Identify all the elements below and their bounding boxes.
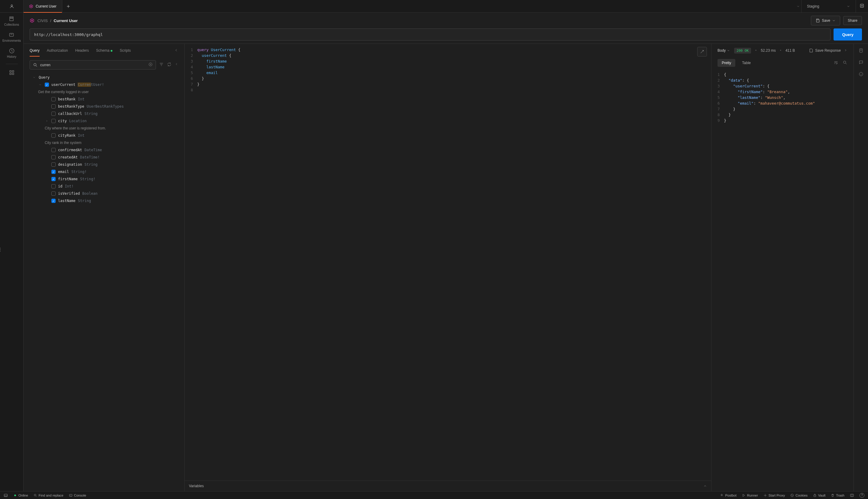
footer-runner[interactable]: Runner [742, 494, 758, 497]
chevron-up-icon [703, 484, 707, 488]
svg-point-15 [14, 495, 16, 496]
collections-icon [9, 16, 14, 22]
tab-authorization[interactable]: Authorization [47, 48, 68, 53]
checkbox[interactable] [51, 192, 55, 196]
footer-cookies[interactable]: Cookies [790, 494, 807, 497]
wrap-lines-icon[interactable] [833, 60, 838, 66]
chevron-left-icon[interactable] [174, 48, 178, 53]
svg-rect-7 [10, 73, 11, 75]
tab-overflow-button[interactable] [795, 0, 801, 12]
tree-field-designation[interactable]: designation String [24, 161, 184, 168]
save-response-button[interactable]: Save Response [809, 48, 841, 53]
sidebar-environments[interactable]: Environments [2, 32, 21, 42]
tab-headers[interactable]: Headers [75, 48, 89, 53]
svg-point-18 [765, 495, 766, 496]
query-editor[interactable]: 12345678 query UserCurrent { userCurrent… [185, 44, 711, 480]
chevron-right-icon[interactable] [844, 48, 847, 53]
tab-schema[interactable]: Schema [96, 48, 112, 53]
response-body[interactable]: 123456789 { "data": { "userCurrent": { "… [712, 69, 854, 491]
docs-icon[interactable] [859, 48, 864, 54]
resize-handle[interactable] [0, 245, 1, 254]
prettify-button[interactable] [697, 47, 707, 57]
schema-tree: Query userCurrent CurrentUser! Get the c… [24, 73, 184, 491]
tree-field-city[interactable]: city Location [24, 117, 184, 125]
tab-label: Current User [36, 4, 56, 9]
chevron-down-icon [727, 49, 730, 52]
sidebar-collections[interactable]: Collections [4, 16, 19, 26]
checkbox[interactable] [51, 162, 55, 167]
checkbox[interactable] [51, 177, 55, 181]
tree-field-cityRank[interactable]: cityRank Int [24, 132, 184, 139]
tree-field-callbackUrl[interactable]: callbackUrl String [24, 110, 184, 117]
svg-point-9 [34, 63, 36, 65]
sidebar-history[interactable]: History [7, 48, 16, 58]
comments-icon[interactable] [859, 60, 864, 65]
svg-point-19 [791, 494, 794, 497]
response-tab-table[interactable]: Table [738, 59, 755, 67]
footer-layout-icon[interactable] [850, 493, 854, 498]
tree-field-bestRankType[interactable]: bestRankType UserBestRankTypes [24, 103, 184, 110]
footer-help[interactable]: ? [859, 493, 864, 498]
tab-query[interactable]: Query [30, 48, 40, 53]
share-button[interactable]: Share [843, 16, 862, 25]
footer-console[interactable]: Console [69, 494, 86, 497]
variables-toggle[interactable]: Variables [185, 480, 711, 491]
svg-rect-14 [4, 494, 8, 496]
tab-scripts[interactable]: Scripts [120, 48, 131, 53]
svg-point-20 [792, 495, 792, 495]
checkbox[interactable] [51, 97, 55, 101]
breadcrumb-workspace[interactable]: CIVIS [37, 19, 48, 23]
tree-field-email[interactable]: email String! [24, 168, 184, 175]
footer-vault[interactable]: Vault [813, 494, 826, 497]
tree-field-lastName[interactable]: lastName String [24, 197, 184, 205]
checkbox[interactable] [51, 148, 55, 152]
new-tab-button[interactable] [62, 0, 74, 12]
grid-icon [9, 70, 15, 76]
svg-rect-6 [12, 71, 14, 72]
response-body-dropdown[interactable]: Body [717, 48, 730, 53]
collapse-panel-icon[interactable] [175, 62, 178, 68]
footer-panel-icon[interactable] [4, 493, 8, 498]
checkbox[interactable] [51, 199, 55, 203]
search-response-icon[interactable] [843, 60, 847, 66]
checkbox[interactable] [51, 184, 55, 188]
tree-field-firstName[interactable]: firstName String! [24, 175, 184, 183]
refresh-schema-icon[interactable] [167, 62, 172, 68]
graphql-icon [30, 18, 35, 23]
send-query-button[interactable]: Query [833, 28, 862, 40]
account-icon[interactable] [0, 0, 24, 12]
checkbox[interactable] [45, 83, 49, 87]
response-tab-pretty[interactable]: Pretty [717, 59, 735, 67]
environment-selector[interactable]: Staging [801, 0, 856, 12]
checkbox[interactable] [51, 133, 55, 138]
clear-search-icon[interactable] [148, 62, 153, 68]
footer-find[interactable]: Find and replace [34, 494, 63, 497]
footer-online[interactable]: Online [13, 494, 28, 497]
svg-point-21 [792, 495, 793, 496]
info-icon[interactable] [859, 72, 864, 77]
tree-field-isVerified[interactable]: isVerified Boolean [24, 190, 184, 197]
filter-tree-icon[interactable] [159, 62, 164, 68]
request-tab[interactable]: Current User [24, 0, 62, 12]
footer-postbot[interactable]: Postbot [720, 494, 736, 497]
tree-root-query[interactable]: Query [24, 74, 184, 81]
checkbox[interactable] [51, 155, 55, 159]
svg-point-16 [34, 494, 36, 496]
save-button[interactable]: Save [811, 16, 840, 25]
checkbox[interactable] [51, 119, 55, 123]
footer-proxy[interactable]: Start Proxy [764, 494, 785, 497]
tree-field-createdAt[interactable]: createdAt DateTime! [24, 154, 184, 161]
checkbox[interactable] [51, 104, 55, 109]
variables-icon[interactable] [859, 3, 864, 9]
tree-field-id[interactable]: id Int! [24, 183, 184, 190]
tree-field-confirmedAt[interactable]: confirmedAt DateTime [24, 146, 184, 154]
schema-search-input[interactable] [40, 63, 146, 67]
checkbox[interactable] [51, 112, 55, 116]
url-input[interactable] [30, 28, 831, 40]
footer-trash[interactable]: Trash [831, 494, 844, 497]
sidebar-grid[interactable] [9, 70, 15, 76]
checkbox[interactable] [51, 170, 55, 174]
tree-usercurrent[interactable]: userCurrent CurrentUser! [24, 81, 184, 88]
environment-label: Staging [807, 4, 819, 9]
tree-field-bestRank[interactable]: bestRank Int [24, 96, 184, 103]
